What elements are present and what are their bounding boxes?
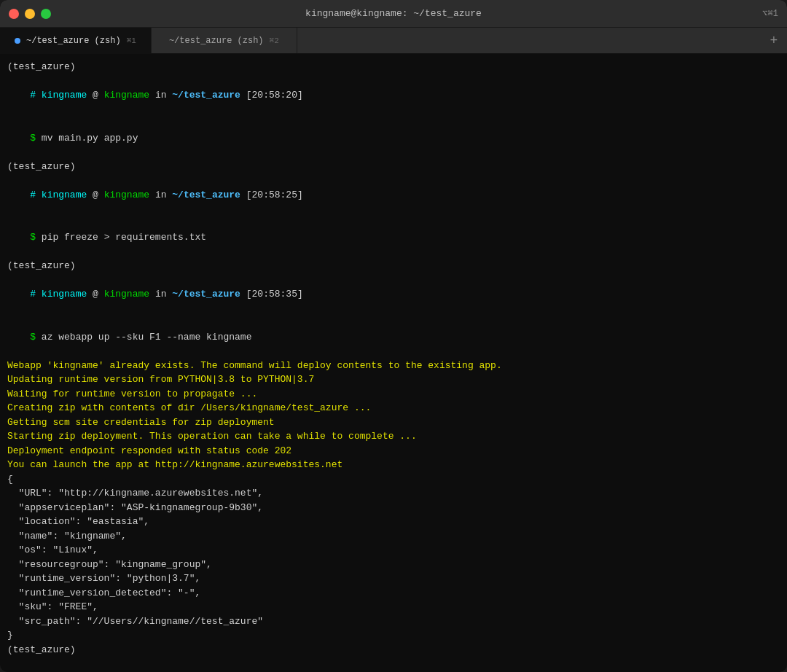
line-21: "location": "eastasia", <box>7 515 780 529</box>
line-14: Getting scm site credentials for zip dep… <box>7 415 780 430</box>
line-16: Deployment endpoint responded with statu… <box>7 444 780 458</box>
new-tab-button[interactable]: + <box>761 28 787 53</box>
tab-2-label: ~/test_azure (zsh) <box>169 36 264 46</box>
traffic-lights <box>9 9 51 19</box>
line-17: You can launch the app at http://kingnam… <box>7 458 780 472</box>
tab-2[interactable]: ~/test_azure (zsh) ⌘2 <box>152 28 297 53</box>
line-10: Webapp 'kingname' already exists. The co… <box>7 359 780 373</box>
line-25: "runtime_version": "python|3.7", <box>7 571 780 586</box>
titlebar: kingname@kingname: ~/test_azure ⌥⌘1 <box>0 0 787 28</box>
prompt-hash: # <box>30 90 42 101</box>
line-2: # kingname @ kingname in ~/test_azure [2… <box>7 74 780 117</box>
minimize-button[interactable] <box>25 9 35 19</box>
line-9: $ az webapp up --sku F1 --name kingname <box>7 316 780 359</box>
line-8: # kingname @ kingname in ~/test_azure [2… <box>7 273 780 316</box>
line-22: "name": "kingname", <box>7 529 780 544</box>
window-title: kingname@kingname: ~/test_azure <box>305 8 482 19</box>
line-28: "src_path": "//Users//kingname//test_azu… <box>7 614 780 629</box>
line-6: $ pip freeze > requirements.txt <box>7 216 780 259</box>
tab-1-shortcut: ⌘1 <box>127 36 136 45</box>
line-23: "os": "Linux", <box>7 543 780 558</box>
line-24: "resourcegroup": "kingname_group", <box>7 558 780 572</box>
line-5: # kingname @ kingname in ~/test_azure [2… <box>7 173 780 216</box>
line-30: (test_azure) <box>7 643 780 657</box>
tab-1[interactable]: ~/test_azure (zsh) ⌘1 <box>0 28 152 53</box>
close-button[interactable] <box>9 9 19 19</box>
line-27: "sku": "FREE", <box>7 600 780 614</box>
tab-dot-1 <box>15 38 20 44</box>
line-29: } <box>7 628 780 643</box>
window-shortcut: ⌥⌘1 <box>762 8 778 19</box>
line-15: Starting zip deployment. This operation … <box>7 429 780 444</box>
line-7: (test_azure) <box>7 259 780 273</box>
maximize-button[interactable] <box>41 9 51 19</box>
line-20: "appserviceplan": "ASP-kingnamegroup-9b3… <box>7 501 780 515</box>
tabbar: ~/test_azure (zsh) ⌘1 ~/test_azure (zsh)… <box>0 28 787 54</box>
line-26: "runtime_version_detected": "-", <box>7 586 780 601</box>
tab-1-label: ~/test_azure (zsh) <box>26 36 121 46</box>
line-31: # kingname @ kingname in ~/test_azure [2… <box>7 657 780 672</box>
line-11: Updating runtime version from PYTHON|3.8… <box>7 372 780 387</box>
line-18: { <box>7 472 780 487</box>
line-13: Creating zip with contents of dir /Users… <box>7 401 780 415</box>
line-19: "URL": "http://kingname.azurewebsites.ne… <box>7 486 780 501</box>
terminal-content: (test_azure) # kingname @ kingname in ~/… <box>0 54 787 672</box>
tab-2-shortcut: ⌘2 <box>270 36 279 45</box>
line-12: Waiting for runtime version to propagate… <box>7 387 780 402</box>
line-4: (test_azure) <box>7 160 780 174</box>
line-1: (test_azure) <box>7 60 780 74</box>
line-3: $ mv main.py app.py <box>7 117 780 160</box>
